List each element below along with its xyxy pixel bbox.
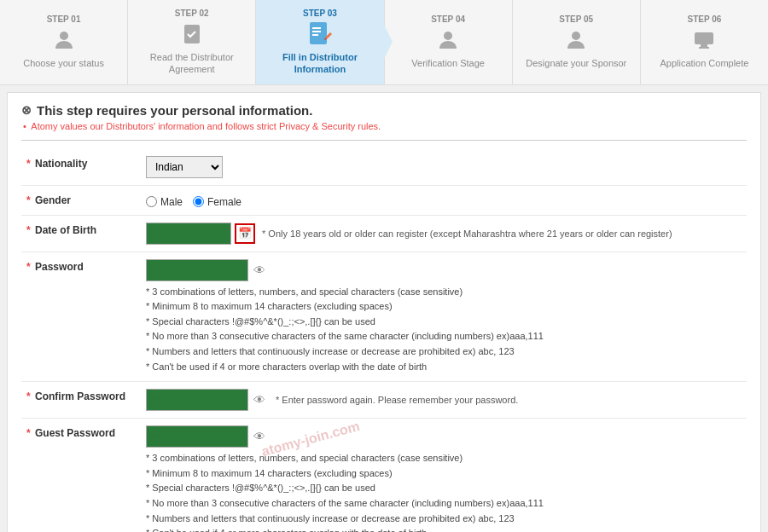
confirm-password-eye-button[interactable]: 👁 [252,393,267,407]
password-label: * Password [21,252,141,382]
password-hints: 3 combinations of letters, numbers, and … [146,285,742,375]
dob-wrapper: 📅 * Only 18 years old or older can regis… [146,223,742,245]
password-hint-6: Can't be used if 4 or more characters ov… [146,360,742,375]
dob-label: * Date of Birth [21,215,141,252]
gender-radio-group: Male Female [146,193,742,208]
nationality-label: * Nationality [21,149,141,186]
svg-rect-11 [701,44,707,47]
main-content: ⊗ This step requires your personal infor… [7,92,761,532]
password-row: * Password 👁 3 combinations of letters, … [21,252,747,382]
gender-row: * Gender Male Female [21,185,747,215]
confirm-password-input[interactable] [146,389,248,411]
dob-input[interactable] [146,223,231,245]
password-hint-1: 3 combinations of letters, numbers, and … [146,285,742,300]
password-hint-5: Numbers and letters that continuously in… [146,344,742,360]
chevron-icon: ⊗ [21,103,32,117]
svg-rect-10 [695,32,713,44]
monitor-icon [690,26,718,54]
document-edit-icon [306,20,334,48]
password-eye-button[interactable]: 👁 [252,263,267,277]
form-table: * Nationality Indian Other * Gender [21,149,747,532]
step-03[interactable]: STEP 03 Fill in Distributor Information [256,0,384,84]
svg-rect-5 [312,34,318,36]
svg-point-9 [572,32,580,40]
guest-password-eye-button[interactable]: 👁 [252,430,267,443]
guest-password-wrapper: 👁 [146,425,742,448]
dob-row: * Date of Birth 📅 * Only 18 years old or… [21,215,747,252]
password-field: 👁 3 combinations of letters, numbers, an… [141,252,747,382]
svg-point-0 [60,32,68,40]
guest-password-field: atomy-join.com 👁 3 combinations of lette… [141,419,747,532]
nationality-field: Indian Other [141,149,747,186]
svg-rect-2 [310,22,327,44]
confirm-password-field: 👁 * Enter password again. Please remembe… [141,382,747,419]
document-check-icon [178,20,206,48]
gender-female-radio[interactable] [193,196,204,207]
guest-hint-3: Special characters !@#$%^&*()_:;<>,.[]{}… [146,481,742,496]
person-sponsor-icon [562,26,590,54]
guest-password-label: * Guest Password [21,419,141,532]
password-hint-2: Minimum 8 to maximum 14 characters (excl… [146,299,742,315]
gender-field: Male Female [141,185,747,215]
svg-rect-12 [699,47,709,49]
calendar-button[interactable]: 📅 [235,223,255,244]
password-hint-3: Special characters !@#$%^&*()_:;<>,.[]{}… [146,315,742,330]
section-subtitle: • Atomy values our Distributors' informa… [23,121,747,131]
person-verify-icon [434,26,462,54]
guest-hint-6: Can't be used if 4 or more characters ov… [146,526,742,532]
confirm-password-row: * Confirm Password 👁 * Enter password ag… [21,382,747,419]
gender-male-label[interactable]: Male [146,196,183,208]
guest-hint-1: 3 combinations of letters, numbers, and … [146,451,742,466]
password-hint-4: No more than 3 consecutive characters of… [146,329,742,344]
step-04[interactable]: STEP 04 Verification Stage [385,0,513,84]
confirm-password-label: * Confirm Password [21,382,141,419]
step-06[interactable]: STEP 06 Application Complete [641,0,768,84]
nationality-select[interactable]: Indian Other [146,156,223,178]
guest-password-row: * Guest Password atomy-join.com 👁 3 comb… [21,419,747,532]
guest-password-input[interactable] [146,425,248,448]
guest-password-hints: 3 combinations of letters, numbers, and … [146,451,742,532]
gender-label: * Gender [21,185,141,215]
step-05[interactable]: STEP 05 Designate your Sponsor [513,0,641,84]
svg-point-8 [444,32,452,40]
password-input[interactable] [146,259,248,281]
password-wrapper: 👁 [146,259,742,281]
guest-hint-2: Minimum 8 to maximum 14 characters (excl… [146,466,742,482]
gender-male-radio[interactable] [146,196,157,207]
guest-hint-5: Numbers and letters that continuously in… [146,512,742,527]
svg-rect-4 [312,31,321,32]
step-01[interactable]: STEP 01 Choose your status [0,0,128,84]
section-title: ⊗ This step requires your personal infor… [21,103,747,118]
guest-hint-4: No more than 3 consecutive characters of… [146,496,742,512]
dob-field: 📅 * Only 18 years old or older can regis… [141,215,747,252]
person-icon [50,26,78,54]
nationality-row: * Nationality Indian Other [21,149,747,186]
step-02[interactable]: STEP 02 Read the Distributor Agreement [128,0,256,84]
gender-female-label[interactable]: Female [193,196,241,208]
confirm-password-wrapper: 👁 * Enter password again. Please remembe… [146,389,742,411]
divider [21,140,747,141]
svg-rect-3 [312,27,321,29]
steps-navigation: STEP 01 Choose your status STEP 02 Read … [0,0,768,85]
